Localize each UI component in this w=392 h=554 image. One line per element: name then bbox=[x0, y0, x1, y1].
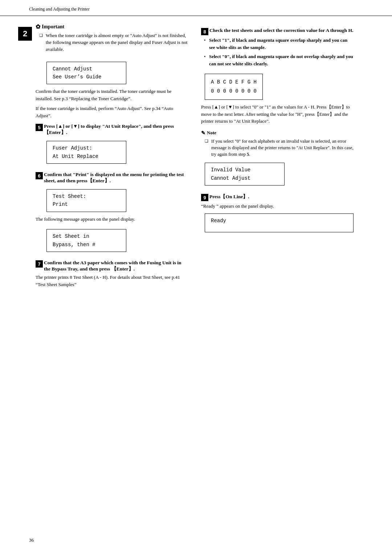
chapter-box: 2 bbox=[18, 27, 32, 41]
right-body-text-2: “Ready ” appears on the panel display. bbox=[201, 203, 354, 210]
display-cannot-line1: Cannot Adjust bbox=[53, 65, 120, 73]
display-fuser-line1: Fuser Adjust: bbox=[53, 144, 120, 152]
right-body-text-1: Press [▲] or [▼] to select "0" or "1" as… bbox=[201, 103, 354, 125]
step-8-num: 8 bbox=[201, 28, 208, 35]
step-5-num: 5 bbox=[36, 124, 43, 131]
step-8-text: Check the test sheets and select the cor… bbox=[209, 28, 354, 33]
step-6-text: Confirm that "Print" is displayed on the… bbox=[44, 172, 188, 184]
step-9-num: 9 bbox=[201, 194, 208, 201]
important-list: When the toner cartridge is almost empty… bbox=[36, 32, 188, 53]
display-test-sheet: Test Sheet: Print bbox=[46, 189, 126, 212]
important-title: ✿ Important bbox=[36, 23, 188, 30]
note-icon: ✎ bbox=[201, 130, 205, 136]
step-8-bullets: Select "1", if black and magenta square … bbox=[204, 37, 354, 67]
body-text-3: The following message appears on the pan… bbox=[36, 216, 188, 223]
chapter-number-area: 2 bbox=[18, 23, 36, 291]
note-title: ✎ Note bbox=[201, 130, 354, 136]
bullet-item-2: Select "0", if black and magenta square … bbox=[204, 53, 354, 67]
display-test-line2: Print bbox=[53, 200, 120, 208]
note-list: If you select "0" for each alphabets or … bbox=[201, 138, 354, 158]
display-fuser-line2: At Unit Replace bbox=[53, 152, 120, 160]
step-6-heading: 6 Confirm that "Print" is displayed on t… bbox=[36, 172, 188, 184]
step-6-num: 6 bbox=[36, 172, 43, 179]
step-7-text: Confirm that the A3 paper which comes wi… bbox=[44, 260, 188, 272]
display-set-line1: Set Sheet in bbox=[53, 232, 120, 240]
main-content: 2 ✿ Important When the toner cartridge i… bbox=[0, 16, 392, 298]
display-set-sheet: Set Sheet in Bypass, then # bbox=[46, 229, 126, 252]
page: Cleaning and Adjusting the Printer 2 ✿ I… bbox=[0, 0, 392, 554]
display-abcd-line1: A B C D E F G H bbox=[211, 78, 257, 87]
display-abcd-line2: 0 0 0 0 0 0 0 0 bbox=[211, 87, 257, 96]
important-section: ✿ Important When the toner cartridge is … bbox=[36, 23, 188, 53]
header-bar: Cleaning and Adjusting the Printer bbox=[0, 0, 392, 16]
step-9-heading: 9 Press【On Line】. bbox=[201, 194, 354, 201]
display-abcd: A B C D E F G H 0 0 0 0 0 0 0 0 bbox=[205, 74, 263, 100]
display-invalid-value: Invalid Value Cannot Adjust bbox=[205, 163, 285, 186]
left-column: ✿ Important When the toner cartridge is … bbox=[36, 23, 188, 291]
step-5-heading: 5 Press [▲] or [▼] to display "At Unit R… bbox=[36, 123, 188, 136]
step-7-num: 7 bbox=[36, 260, 43, 268]
display-set-line2: Bypass, then # bbox=[53, 241, 120, 249]
step-5-text: Press [▲] or [▼] to display "At Unit Rep… bbox=[44, 123, 188, 136]
display-ready-line1: Ready bbox=[211, 217, 347, 225]
body-text-1: Confirm that the toner cartridge is inst… bbox=[36, 88, 188, 102]
note-section: ✎ Note If you select "0" for each alphab… bbox=[201, 130, 354, 158]
note-label: Note bbox=[207, 130, 216, 136]
important-icon: ✿ bbox=[36, 23, 40, 30]
body-text-2: If the toner cartridge is installed, per… bbox=[36, 105, 188, 119]
step-7-heading: 7 Confirm that the A3 paper which comes … bbox=[36, 260, 188, 272]
important-item-1: When the toner cartridge is almost empty… bbox=[39, 32, 188, 53]
columns: ✿ Important When the toner cartridge is … bbox=[36, 23, 363, 291]
step-8-heading: 8 Check the test sheets and select the c… bbox=[201, 28, 354, 35]
body-text-4: The printer prints 8 Test Sheet (A - H).… bbox=[36, 274, 188, 288]
display-invalid-line1: Invalid Value bbox=[211, 166, 278, 174]
display-ready: Ready bbox=[205, 213, 354, 232]
display-fuser-adjust: Fuser Adjust: At Unit Replace bbox=[46, 141, 126, 164]
right-column: 8 Check the test sheets and select the c… bbox=[201, 23, 354, 291]
step-9-text: Press【On Line】. bbox=[209, 194, 354, 200]
bullet-item-1: Select "1", if black and magenta square … bbox=[204, 37, 354, 51]
display-invalid-line2: Cannot Adjust bbox=[211, 174, 278, 182]
display-test-line1: Test Sheet: bbox=[53, 192, 120, 200]
display-cannot-line2: See User’s Guide bbox=[53, 73, 120, 81]
display-cannot-adjust: Cannot Adjust See User’s Guide bbox=[46, 62, 126, 85]
header-title: Cleaning and Adjusting the Printer bbox=[29, 7, 90, 12]
page-number: 36 bbox=[29, 537, 34, 543]
note-item-1: If you select "0" for each alphabets or … bbox=[205, 138, 354, 158]
important-label: Important bbox=[42, 24, 64, 30]
